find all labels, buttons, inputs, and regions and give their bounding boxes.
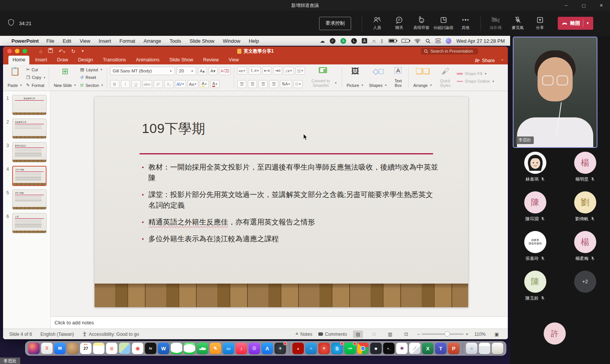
- font-size-select[interactable]: 20▼: [177, 67, 196, 75]
- reset-button[interactable]: ↺Reset: [80, 75, 103, 80]
- zoom-in-button[interactable]: +: [466, 332, 468, 337]
- chat-button[interactable]: 聊天: [388, 16, 410, 30]
- input-source-icon[interactable]: A: [362, 38, 367, 43]
- ribbon-tab[interactable]: Draw: [53, 56, 72, 64]
- breakout-rooms-button[interactable]: 分組討論區: [432, 16, 454, 30]
- dock-app-icon[interactable]: ≡: [466, 343, 477, 354]
- dock-app-icon[interactable]: [93, 343, 104, 354]
- menubar-menu-item[interactable]: Format: [119, 38, 135, 44]
- outdent-button[interactable]: ⇤≡: [262, 67, 271, 75]
- dock-app-icon[interactable]: ☰: [106, 343, 117, 354]
- bold-button[interactable]: B: [110, 80, 119, 88]
- normal-view-button[interactable]: ▤: [353, 330, 363, 338]
- dock-app-icon[interactable]: [492, 343, 503, 354]
- menubar-menu-item[interactable]: File: [47, 38, 55, 44]
- headphones-icon[interactable]: ∩: [372, 38, 376, 44]
- dock-app-icon[interactable]: ☻: [370, 343, 382, 354]
- dock-app-icon[interactable]: [357, 343, 369, 354]
- share-button[interactable]: 分享: [529, 16, 551, 30]
- participant-avatar-xu[interactable]: 許: [544, 322, 566, 345]
- green-s-app-icon[interactable]: S: [340, 38, 346, 44]
- shape-fill-button[interactable]: Shape Fill▼: [457, 71, 495, 76]
- home-quick-icon[interactable]: ⌂: [39, 48, 42, 54]
- participant-tile[interactable]: 陳 陳琮淵: [510, 191, 560, 231]
- menubar-menu-item[interactable]: Window: [223, 38, 240, 44]
- dock-app-icon[interactable]: [171, 343, 182, 354]
- underline-button[interactable]: U: [132, 80, 141, 88]
- quick-access-chevron[interactable]: ▼: [81, 49, 85, 53]
- dock-app-icon[interactable]: A: [262, 343, 273, 354]
- keyboard-battery-icon[interactable]: [388, 39, 396, 43]
- active-speaker-video[interactable]: 李思壯: [513, 37, 597, 148]
- cloud-icon[interactable]: ☁: [320, 38, 325, 44]
- slide-sorter-view-button[interactable]: ∷: [369, 330, 379, 338]
- dock-app-icon[interactable]: LINE: [344, 343, 356, 354]
- leave-options-chevron[interactable]: ▼: [586, 21, 589, 25]
- dock-app-icon[interactable]: ▭: [223, 343, 234, 354]
- ribbon-tab[interactable]: Home: [8, 56, 29, 64]
- dock-app-icon[interactable]: ▲: [292, 343, 304, 354]
- picture-button[interactable]: 🖼 Picture▼: [345, 66, 365, 88]
- notes-pane[interactable]: Click to add notes: [51, 316, 508, 329]
- zoom-out-button[interactable]: −: [417, 332, 420, 337]
- format-painter-button[interactable]: ✎Format: [26, 83, 46, 88]
- ribbon-tab[interactable]: Transitions: [99, 56, 130, 64]
- participant-tile[interactable]: 林嘉琪: [510, 152, 560, 191]
- bluetooth-icon[interactable]: ᛒ: [380, 38, 384, 44]
- menubar-menu-item[interactable]: Help: [249, 38, 259, 44]
- character-spacing-button[interactable]: AV▼: [175, 80, 186, 88]
- dock-app-icon[interactable]: S: [331, 343, 343, 354]
- participant-tile[interactable]: 陳 陳玉鈴: [510, 271, 560, 310]
- more-button[interactable]: 其他: [454, 16, 477, 30]
- participant-tile[interactable]: +2: [560, 271, 610, 310]
- people-button[interactable]: 人員: [366, 16, 388, 30]
- mic-button[interactable]: 麥克風: [507, 16, 529, 30]
- dock-app-icon[interactable]: ☉: [249, 343, 260, 354]
- slide-thumbnail[interactable]: 6 心得: [3, 213, 50, 233]
- slideshow-view-button[interactable]: ⊡: [401, 330, 411, 338]
- control-center-icon[interactable]: [435, 38, 441, 43]
- italic-button[interactable]: I: [121, 80, 130, 88]
- notes-toggle[interactable]: ≛Notes: [295, 332, 312, 337]
- justify-button[interactable]: ☰: [269, 80, 278, 88]
- shapes-button[interactable]: ◇□ Shapes▼: [368, 66, 389, 88]
- slide-thumbnail[interactable]: 4 109下學期: [3, 166, 50, 186]
- search-input[interactable]: Search in Presentation: [421, 48, 478, 55]
- text-direction-button[interactable]: ⇅A▼: [280, 80, 292, 88]
- align-right-button[interactable]: ☰: [258, 80, 268, 88]
- dock-app-icon[interactable]: ⟋: [409, 343, 421, 354]
- dock-app-icon[interactable]: ⠿: [41, 343, 53, 354]
- quick-styles-button[interactable]: 🖌 Quick Styles: [436, 66, 454, 88]
- participant-tile[interactable]: 楊 楊袤梅: [560, 231, 610, 271]
- decrease-font-button[interactable]: A▾: [209, 67, 218, 75]
- reading-view-button[interactable]: ▥: [385, 330, 395, 338]
- text-box-button[interactable]: A Text Box: [391, 66, 405, 88]
- columns-button[interactable]: ▥▼: [295, 67, 305, 75]
- slide-thumbnail[interactable]: 1 雙語教學分享: [3, 95, 50, 115]
- section-button[interactable]: ⊟Section▼: [80, 83, 103, 88]
- spotlight-icon[interactable]: [425, 38, 430, 43]
- menubar-menu-item[interactable]: Slide Show: [189, 38, 214, 44]
- accessibility-status[interactable]: Accessibility: Good to go: [82, 332, 139, 337]
- font-color-button[interactable]: A▼: [210, 80, 220, 88]
- dock-app-icon[interactable]: ✕: [318, 343, 330, 354]
- wifi-icon[interactable]: [414, 38, 421, 43]
- slide-title[interactable]: 109下學期: [142, 120, 205, 138]
- app-menu-name[interactable]: PowerPoint: [11, 38, 39, 44]
- cut-button[interactable]: ✂Cut: [26, 67, 46, 72]
- comments-toggle[interactable]: Comments: [318, 332, 347, 337]
- indent-button[interactable]: ⇥≡: [273, 67, 282, 75]
- superscript-button[interactable]: X²: [154, 80, 163, 88]
- menubar-menu-item[interactable]: Tools: [170, 38, 181, 44]
- fit-to-window-button[interactable]: ▣: [492, 330, 502, 338]
- align-text-button[interactable]: ⊟▼: [294, 80, 303, 88]
- menubar-menu-item[interactable]: View: [80, 38, 90, 44]
- mac-close-button[interactable]: [7, 49, 12, 53]
- menubar-menu-item[interactable]: Insert: [99, 38, 111, 44]
- menubar-clock[interactable]: Wed Apr 27 12:28 PM: [456, 38, 505, 44]
- dock-app-icon[interactable]: ✉: [54, 343, 66, 354]
- ribbon-tab[interactable]: Slide Show: [165, 56, 197, 64]
- save-icon[interactable]: [48, 48, 53, 54]
- copy-button[interactable]: ❐Copy▼: [26, 75, 46, 80]
- siri-icon[interactable]: [446, 38, 451, 44]
